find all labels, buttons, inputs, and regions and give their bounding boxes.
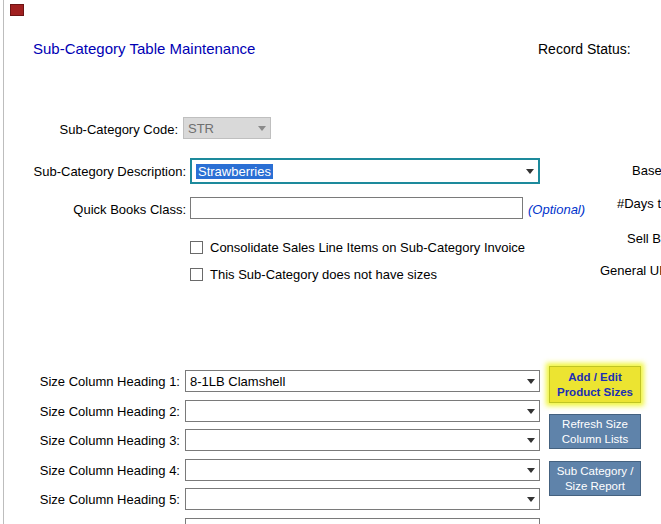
window-form-icon	[10, 4, 24, 16]
chevron-down-icon[interactable]	[522, 519, 539, 524]
general-upc-label: General UPC fo	[600, 263, 661, 278]
add-edit-product-sizes-button[interactable]: Add / Edit Product Sizes	[549, 366, 641, 403]
size-column-3-combo[interactable]	[185, 429, 540, 451]
sub-category-description-value: Strawberries	[192, 164, 521, 179]
chevron-down-icon[interactable]	[522, 430, 539, 450]
consolidate-sales-label: Consolidate Sales Line Items on Sub-Cate…	[210, 240, 525, 255]
size-column-2-label: Size Column Heading 2:	[35, 404, 180, 419]
sub-category-description-label: Sub-Category Description:	[10, 164, 186, 179]
size-column-6-combo[interactable]	[185, 518, 540, 524]
consolidate-sales-checkbox[interactable]	[190, 241, 203, 254]
refresh-size-column-lists-button[interactable]: Refresh Size Column Lists	[549, 414, 641, 449]
size-column-1-value: 8-1LB Clamshell	[186, 374, 522, 389]
size-column-5-combo[interactable]	[185, 488, 540, 510]
size-column-1-label: Size Column Heading 1:	[35, 374, 180, 389]
size-column-5-label: Size Column Heading 5:	[35, 492, 180, 507]
sub-category-code-value: STR	[184, 121, 253, 136]
chevron-down-icon[interactable]	[521, 160, 538, 182]
size-column-4-combo[interactable]	[185, 459, 540, 481]
chevron-down-icon[interactable]	[522, 401, 539, 421]
sub-category-code-combo: STR	[183, 117, 271, 139]
quick-books-class-label: Quick Books Class:	[60, 202, 186, 217]
page-title: Sub-Category Table Maintenance	[33, 40, 255, 57]
base-label: Base	[632, 163, 661, 178]
sub-category-description-combo[interactable]: Strawberries	[190, 158, 540, 184]
chevron-down-icon[interactable]	[522, 371, 539, 391]
window-left-border	[3, 0, 4, 524]
size-column-3-label: Size Column Heading 3:	[35, 433, 180, 448]
chevron-down-icon[interactable]	[522, 460, 539, 480]
no-sizes-label: This Sub-Category does not have sizes	[210, 267, 437, 282]
sub-category-maintenance-window: Sub-Category Table Maintenance Record St…	[0, 0, 661, 524]
size-column-1-combo[interactable]: 8-1LB Clamshell	[185, 370, 540, 392]
no-sizes-checkbox[interactable]	[190, 268, 203, 281]
optional-note: (Optional)	[528, 202, 585, 217]
record-status-label: Record Status:	[538, 41, 631, 57]
size-column-4-label: Size Column Heading 4:	[35, 463, 180, 478]
sub-category-size-report-button[interactable]: Sub Category / Size Report	[549, 461, 641, 496]
chevron-down-icon	[253, 118, 270, 138]
size-column-2-combo[interactable]	[185, 400, 540, 422]
sub-category-code-label: Sub-Category Code:	[30, 122, 178, 137]
sell-by-label: Sell By	[627, 231, 661, 246]
chevron-down-icon[interactable]	[522, 489, 539, 509]
days-to-label: #Days to	[617, 196, 661, 211]
quick-books-class-input[interactable]	[190, 197, 523, 219]
